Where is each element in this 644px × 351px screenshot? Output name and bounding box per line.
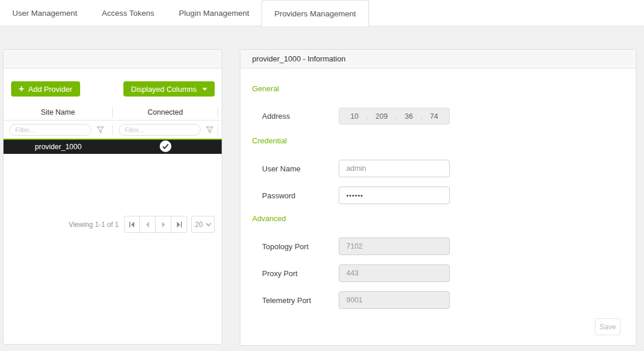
topology-port-field-row: Topology Port: [262, 238, 621, 255]
provider-info-title: provider_1000 - Information: [252, 54, 346, 63]
username-field-row: User Name: [262, 160, 621, 177]
pagination-summary: Viewing 1-1 of 1: [68, 221, 119, 229]
password-field-row: Password: [262, 187, 621, 204]
providers-toolbar: + Add Provider Displayed Columns: [4, 68, 222, 97]
site-name-cell: provider_1000: [4, 143, 113, 151]
proxy-port-input: [339, 264, 450, 282]
telemetry-port-field-row: Telemetry Port: [262, 291, 621, 309]
telemetry-port-label: Telemetry Port: [262, 296, 339, 305]
proxy-port-label: Proxy Port: [262, 269, 339, 278]
topology-port-input: [339, 238, 450, 255]
add-provider-label: Add Provider: [28, 85, 72, 94]
pager-buttons: [124, 216, 187, 233]
provider-info-panel: provider_1000 - Information General Addr…: [240, 49, 636, 346]
tab-plugin-management[interactable]: Plugin Management: [167, 0, 261, 26]
connected-cell: [113, 140, 218, 154]
address-input: 10 . 209 . 36 . 74: [339, 108, 450, 125]
connected-filter-input[interactable]: [119, 124, 201, 136]
column-header-connected[interactable]: Connected: [113, 107, 218, 118]
column-header-site-name[interactable]: Site Name: [4, 107, 113, 118]
advanced-section-heading: Advanced: [252, 214, 621, 223]
username-label: User Name: [262, 164, 339, 173]
tab-providers-management[interactable]: Providers Management: [261, 0, 369, 26]
plus-icon: +: [19, 84, 24, 94]
provider-info-header: provider_1000 - Information: [240, 50, 636, 68]
tab-access-tokens[interactable]: Access Tokens: [89, 0, 167, 26]
site-name-filter-input[interactable]: [9, 124, 91, 136]
pagination: Viewing 1-1 of 1 20: [4, 216, 222, 233]
address-dot: .: [395, 113, 397, 120]
save-row: Save: [252, 318, 621, 335]
connected-check-icon: [160, 140, 171, 154]
chevron-down-icon: [202, 88, 207, 91]
table-filter-row: [4, 121, 222, 139]
next-page-button[interactable]: [156, 216, 171, 233]
address-dot: .: [421, 113, 422, 120]
table-header-row: Site Name Connected: [4, 105, 222, 121]
address-octet-3: 36: [405, 112, 413, 121]
address-octet-4: 74: [430, 112, 438, 121]
first-page-button[interactable]: [124, 216, 140, 233]
providers-list-panel: + Add Provider Displayed Columns Site Na…: [3, 49, 222, 345]
tab-user-management[interactable]: User Management: [0, 0, 89, 26]
add-provider-button[interactable]: + Add Provider: [11, 81, 80, 97]
password-label: Password: [262, 191, 339, 200]
provider-info-body: General Address 10 . 209 . 36 . 74 Crede…: [240, 84, 636, 335]
address-dot: .: [366, 113, 368, 120]
password-input[interactable]: [339, 187, 450, 204]
providers-list-panel-header: [4, 50, 222, 68]
general-section-heading: General: [252, 84, 621, 93]
address-label: Address: [262, 112, 339, 121]
credential-section-heading: Credential: [252, 136, 621, 145]
site-name-filter-cell: [4, 125, 113, 135]
page-size-value: 20: [195, 221, 202, 229]
save-button[interactable]: Save: [595, 318, 621, 335]
filter-funnel-icon[interactable]: [97, 126, 104, 133]
chevron-down-icon: [206, 223, 211, 226]
page-size-select[interactable]: 20: [191, 216, 215, 233]
filter-funnel-icon[interactable]: [206, 126, 213, 133]
last-page-button[interactable]: [171, 216, 187, 233]
telemetry-port-input: [339, 291, 450, 309]
tab-bar: User Management Access Tokens Plugin Man…: [0, 0, 644, 26]
proxy-port-field-row: Proxy Port: [262, 264, 621, 282]
address-octet-1: 10: [350, 112, 359, 121]
username-input[interactable]: [339, 160, 450, 177]
displayed-columns-button[interactable]: Displayed Columns: [123, 81, 215, 97]
topology-port-label: Topology Port: [262, 242, 339, 251]
previous-page-button[interactable]: [140, 216, 156, 233]
connected-filter-cell: [113, 125, 218, 135]
displayed-columns-label: Displayed Columns: [131, 85, 197, 94]
table-row[interactable]: provider_1000: [4, 139, 222, 154]
address-field-row: Address 10 . 209 . 36 . 74: [262, 108, 621, 125]
address-octet-2: 209: [376, 112, 388, 121]
